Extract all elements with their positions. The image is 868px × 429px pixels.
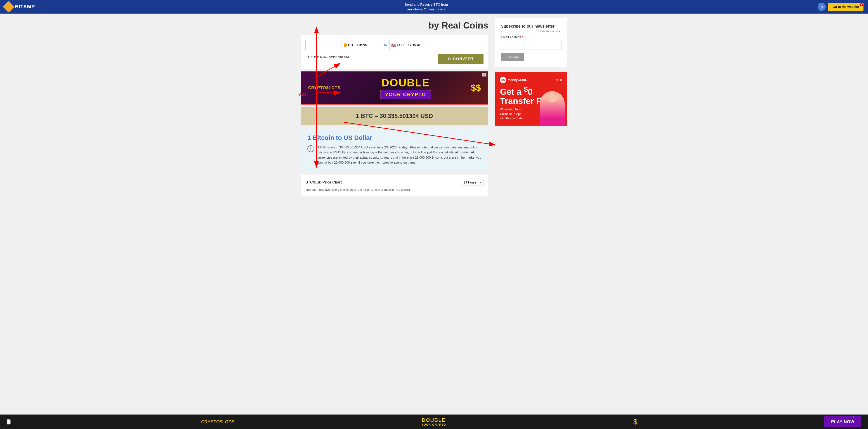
required-note: * * indicates required bbox=[501, 30, 561, 33]
info-icon: ℹ bbox=[307, 145, 314, 152]
close-nav-icon[interactable]: ✕ bbox=[860, 3, 863, 6]
ad-banner-wrapper[interactable]: ✕ CRYPTO$LOTS DOUBLE YOUR CRYPTO $$ bbox=[301, 71, 488, 105]
convert-row: BTC/USD Rate: 30335.501304 ↻ CONVERT bbox=[305, 54, 484, 64]
rate-value: 30335.501304 bbox=[329, 55, 349, 59]
to-currency-select[interactable]: USD - US Dollar EUR - Euro GBP - British… bbox=[390, 40, 432, 50]
cryptoslots-logo: CRYPTO$LOTS bbox=[308, 86, 340, 90]
newsletter-title: Subscribe to our newsletter bbox=[501, 24, 561, 29]
price-chart-title: BTC/USD Price Chart bbox=[305, 180, 342, 184]
mg-person-head bbox=[548, 93, 557, 103]
page-title: by Real Coins bbox=[301, 18, 488, 33]
double-title: DOUBLE bbox=[381, 77, 430, 89]
price-chart-title-area: BTC/USD Price Chart bbox=[305, 180, 342, 184]
top-navbar: BITAMP Send and Receive BTC from anywher… bbox=[0, 0, 868, 13]
ad-double-text: DOUBLE YOUR CRYPTO bbox=[380, 77, 431, 99]
dollar-signs-icon: $$ bbox=[471, 83, 481, 93]
price-chart-header: BTC/USD Price Chart 24 Hours 7 Days 30 D… bbox=[305, 179, 484, 186]
main-content: by Real Coins 🟠 BTC - Bitcoin ETH - Ethe… bbox=[301, 18, 488, 196]
converter-section: 🟠 BTC - Bitcoin ETH - Ethereum LTC - Lit… bbox=[301, 35, 488, 69]
result-text: 1 BTC = 30,335.501304 USD bbox=[356, 112, 433, 119]
price-chart-subtitle: This chart displays history of exchange … bbox=[305, 188, 484, 192]
required-asterisk: * bbox=[536, 30, 537, 33]
ads-annotation-label: Ads bbox=[299, 92, 307, 97]
moneygram-ad[interactable]: MG MoneyGram. Ad ✕ Get a $0 Transfer Fee… bbox=[495, 72, 567, 125]
from-currency-select[interactable]: BTC - Bitcoin ETH - Ethereum LTC - Litec… bbox=[342, 40, 381, 50]
from-currency-wrapper: 🟠 BTC - Bitcoin ETH - Ethereum LTC - Lit… bbox=[342, 40, 381, 50]
indicates-required-text: * indicates required bbox=[538, 30, 561, 33]
info-text: 1 BTC is worth 30,335.501304 USD as of J… bbox=[318, 145, 482, 165]
subscribe-button[interactable]: Subscribe bbox=[501, 53, 524, 61]
convert-button[interactable]: ↻ CONVERT bbox=[438, 54, 484, 64]
mg-ad-icons: Ad ✕ bbox=[556, 78, 562, 82]
email-label: Email Address * bbox=[501, 35, 561, 39]
sidebar: Subscribe to our newsletter * * indicate… bbox=[495, 18, 567, 196]
email-required-asterisk: * bbox=[522, 35, 523, 39]
rate-info: BTC/USD Rate: 30335.501304 bbox=[305, 55, 349, 59]
moneygram-logo-circle: MG bbox=[500, 77, 506, 83]
your-crypto-badge: YOUR CRYPTO bbox=[380, 90, 431, 99]
info-title: 1 Bitcoin to US Dollar bbox=[307, 134, 482, 141]
info-body: ℹ 1 BTC is worth 30,335.501304 USD as of… bbox=[307, 145, 482, 165]
mg-close-icon[interactable]: ✕ bbox=[560, 78, 562, 82]
to-currency-wrapper: 🇺🇸 USD - US Dollar EUR - Euro GBP - Brit… bbox=[390, 40, 432, 50]
ad-banner[interactable]: ✕ CRYPTO$LOTS DOUBLE YOUR CRYPTO $$ bbox=[301, 72, 488, 104]
go-to-website-button[interactable]: Go to the website ✕ bbox=[828, 3, 864, 11]
convert-icon: ↻ bbox=[448, 57, 451, 61]
nav-center-text: Send and Receive BTC from anywhere, On a… bbox=[405, 2, 448, 11]
newsletter-box: Subscribe to our newsletter * * indicate… bbox=[495, 18, 567, 67]
time-range-select[interactable]: 24 Hours 7 Days 30 Days 1 Year bbox=[461, 179, 484, 186]
logo-text: BITAMP bbox=[15, 4, 35, 10]
mg-person-image bbox=[540, 91, 565, 125]
swap-icon[interactable]: ⇔ bbox=[383, 42, 387, 48]
info-section: 1 Bitcoin to US Dollar ℹ 1 BTC is worth … bbox=[301, 128, 488, 171]
converter-inputs: 🟠 BTC - Bitcoin ETH - Ethereum LTC - Lit… bbox=[305, 40, 484, 50]
mg-ad-badge: Ad bbox=[556, 79, 559, 81]
ad-close-button[interactable]: ✕ bbox=[483, 73, 487, 77]
result-box: 1 BTC = 30,335.501304 USD bbox=[301, 107, 488, 125]
logo-icon bbox=[3, 1, 14, 13]
mg-header: MG MoneyGram. Ad ✕ bbox=[500, 77, 562, 83]
moneygram-logo: MG MoneyGram. bbox=[500, 77, 527, 83]
bitcoin-icon: ₿ bbox=[817, 3, 826, 11]
amount-input[interactable] bbox=[305, 40, 339, 50]
time-select-wrapper: 24 Hours 7 Days 30 Days 1 Year bbox=[461, 179, 484, 186]
email-input[interactable] bbox=[501, 41, 561, 50]
logo-area: BITAMP bbox=[4, 3, 35, 11]
price-chart-section: BTC/USD Price Chart 24 Hours 7 Days 30 D… bbox=[301, 174, 488, 196]
